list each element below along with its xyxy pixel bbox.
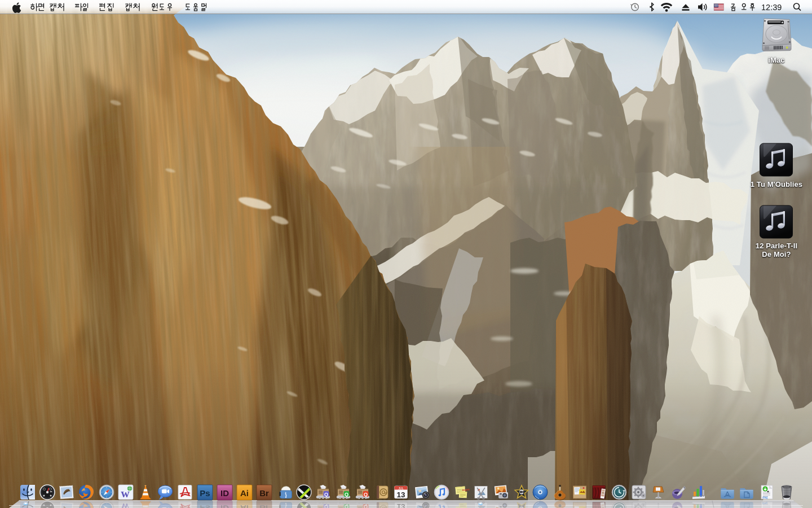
svg-text:12:39: 12:39 [761, 3, 782, 12]
